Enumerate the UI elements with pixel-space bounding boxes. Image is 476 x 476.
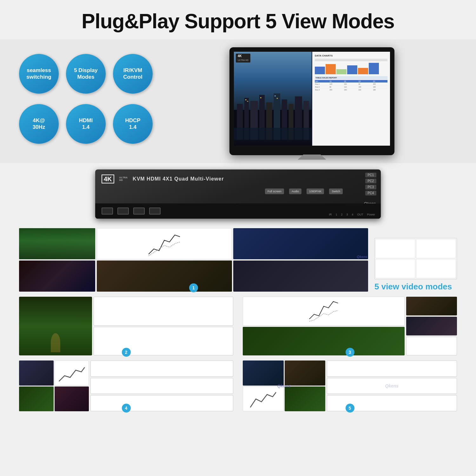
device-bottom: IR1234OUTPower: [95, 203, 381, 219]
tv-stand: [298, 155, 326, 160]
svg-rect-16: [234, 128, 312, 140]
mode-1-container: Qkens 1: [19, 228, 368, 292]
pc3-label: PC3: [365, 185, 376, 189]
mode-5-graph: [243, 387, 284, 412]
mode-5-number: 5: [346, 404, 354, 413]
badges-grid: seamless switching 5 DisplayModes IR/KVM…: [19, 54, 154, 149]
mode-4-right: [90, 360, 233, 411]
mode-4-graph: [55, 360, 89, 386]
svg-rect-11: [245, 99, 247, 100]
mode-3-photo-r1: [406, 297, 457, 315]
mode-5-left: Qkens: [243, 360, 325, 411]
mode-1-photo-3: Qkens: [233, 228, 368, 259]
usb-port-2: [117, 208, 129, 215]
tv-screen-right-panel: DATA CHARTS: [312, 52, 390, 146]
badge-4k-30hz: 4K@30Hz: [19, 104, 59, 144]
mode-1-photo-1: [19, 228, 95, 259]
mode-1-number: 1: [189, 283, 198, 292]
svg-rect-12: [247, 101, 248, 102]
mode-1-photo-4: [97, 261, 232, 292]
mode-2-blank-1: [94, 297, 233, 326]
mode-5-p1: [243, 360, 284, 386]
mode-3-layout: [243, 297, 457, 355]
top-section: seamless switching 5 DisplayModes IR/KVM…: [0, 39, 476, 163]
audio-btn[interactable]: Audio: [289, 188, 301, 194]
mode-2-main-photo: [19, 297, 92, 355]
mode-2-layout: [19, 297, 233, 355]
mode-4-number: 4: [122, 404, 131, 413]
badge-hdmi: HDMI1.4: [66, 104, 106, 144]
mode-4-p1: [19, 360, 54, 386]
mode-2-container: 2: [19, 297, 233, 355]
graph-svg-1: [98, 230, 230, 258]
mode-3-blank-r3: [406, 337, 457, 355]
city-skyline-svg: [234, 80, 312, 146]
mode-1-photo-2: [19, 261, 95, 292]
mode-5-p4: [285, 387, 326, 412]
mode-4-p3: [19, 387, 54, 412]
mode-1-right: Qkens: [97, 228, 368, 292]
mode-3-left: [243, 297, 405, 355]
usb-port-3: [133, 208, 145, 215]
resolution-btn[interactable]: 1080P/4K: [307, 188, 324, 194]
pc2-label: PC2: [365, 179, 376, 183]
mode-1-blank-right: [374, 238, 457, 279]
device-ultrahd-text: ULTRAHD: [119, 176, 128, 182]
mode-2-right: [94, 297, 233, 355]
mode-1-left: [19, 228, 95, 292]
modes-row3: 4: [19, 360, 457, 411]
graph-svg-4: [56, 362, 88, 384]
mode-5-p2: [285, 360, 326, 386]
device-top-face: 4K ULTRAHD KVM HDMI 4X1 Quad Multi-Viewe…: [95, 169, 381, 186]
device-box: 4K ULTRAHD KVM HDMI 4X1 Quad Multi-Viewe…: [95, 169, 381, 219]
device-4k-logo: 4K: [102, 175, 114, 183]
svg-rect-14: [274, 96, 276, 96]
page-title: Plug&Play Support 5 View Modes: [6, 10, 470, 33]
tv-4k-badge: 4KULTRA HD: [236, 54, 250, 63]
mode-3-football-left: [243, 327, 405, 356]
device-section: 4K ULTRAHD KVM HDMI 4X1 Quad Multi-Viewe…: [0, 163, 476, 222]
modes-row1: Qkens 1 5 view vid: [19, 228, 457, 292]
badge-hdcp: HDCP1.4: [113, 104, 153, 144]
badge-ir-kvm: IR/KVMControl: [113, 54, 153, 94]
mode-3-graph: [243, 297, 405, 326]
fullscreen-btn[interactable]: Full screen: [265, 188, 284, 194]
mode-4-blank-2: [90, 378, 233, 394]
badge-seamless-switching: seamless switching: [19, 54, 59, 94]
mode-4-left: [19, 360, 89, 411]
usb-port-1: [102, 208, 113, 215]
mode-3-right: [406, 297, 457, 355]
mode-5-container: Qkens Qkens 5: [243, 360, 457, 411]
mode-4-container: 4: [19, 360, 233, 411]
svg-rect-13: [260, 97, 261, 98]
mode-3-number: 3: [346, 348, 354, 357]
mode-4-blank-1: [90, 360, 233, 377]
svg-rect-15: [277, 98, 278, 99]
mode-4-p4: [55, 387, 89, 412]
tv-screen: 4KULTRA HD: [234, 52, 390, 146]
view-modes-section: Qkens 1 5 view vid: [0, 222, 476, 418]
mode-4-blank-3: [90, 395, 233, 411]
pc1-label: PC1: [365, 173, 376, 177]
mode-2-blank-2: [94, 327, 233, 356]
usb-port-4: [149, 208, 161, 215]
device-pc-labels: PC1 PC2 PC3 PC4: [365, 173, 376, 195]
mode-1-layout: Qkens: [19, 228, 368, 292]
port-labels: IR1234OUTPower: [329, 213, 375, 216]
five-view-title: 5 view video modes: [374, 282, 457, 292]
mode-3-photo-r2: [406, 317, 457, 335]
device-model-text: KVM HDMI 4X1 Quad Multi-Viewer: [133, 176, 224, 182]
device-controls: Full screen Audio 1080P/4K Switch: [265, 188, 343, 194]
mode-3-container: 3: [243, 297, 457, 355]
badge-display-modes: 5 DisplayModes: [66, 54, 106, 94]
tv-frame: 4KULTRA HD: [229, 47, 394, 155]
header: Plug&Play Support 5 View Modes: [0, 0, 476, 39]
mode-1-graph: [97, 228, 232, 259]
switch-btn[interactable]: Switch: [329, 188, 343, 194]
graph-svg-5: [244, 388, 282, 410]
mode-1-photo-5: [233, 261, 368, 292]
mode-2-number: 2: [122, 348, 131, 357]
mode-5-blank-2: [327, 378, 457, 394]
five-view-label-container: 5 view video modes: [374, 238, 457, 292]
graph-svg-3: [244, 298, 403, 324]
